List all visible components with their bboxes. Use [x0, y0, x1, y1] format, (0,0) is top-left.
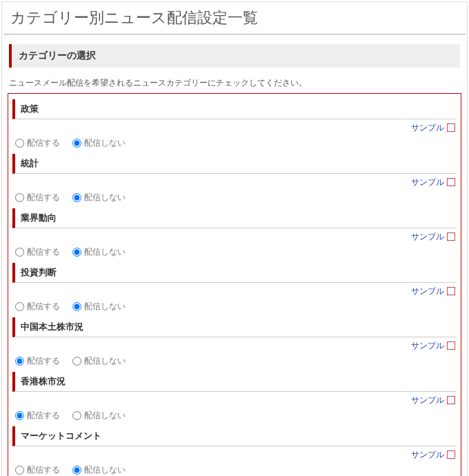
no-deliver-label: 配信しない — [84, 246, 126, 258]
popup-icon — [447, 288, 454, 295]
category-title: 中国本土株市況 — [12, 317, 457, 337]
deliver-label: 配信する — [27, 192, 60, 204]
category-title: 統計 — [12, 154, 457, 174]
sample-link[interactable]: サンプル — [411, 395, 454, 406]
category-title: 業界動向 — [12, 208, 457, 228]
radio-row: 配信する配信しない — [15, 301, 454, 313]
category-body: サンプル配信する配信しない — [12, 337, 457, 368]
no-deliver-label: 配信しない — [84, 355, 126, 367]
no-deliver-radio[interactable] — [72, 411, 81, 420]
popup-icon — [447, 234, 454, 241]
deliver-radio[interactable] — [15, 302, 24, 311]
category-market: マーケットコメントサンプル配信する配信しない — [12, 426, 457, 476]
deliver-radio[interactable] — [15, 357, 24, 366]
popup-icon — [447, 397, 454, 404]
popup-icon — [447, 343, 454, 350]
page-title: カテゴリー別ニュース配信設定一覧 — [3, 3, 466, 34]
category-china: 中国本土株市況サンプル配信する配信しない — [12, 317, 457, 368]
sample-link[interactable]: サンプル — [411, 177, 454, 188]
no-deliver-option[interactable]: 配信しない — [72, 246, 126, 258]
deliver-label: 配信する — [27, 410, 60, 422]
no-deliver-label: 配信しない — [84, 301, 126, 313]
deliver-radio[interactable] — [15, 139, 24, 148]
no-deliver-option[interactable]: 配信しない — [72, 410, 126, 422]
sample-link[interactable]: サンプル — [411, 122, 454, 134]
radio-row: 配信する配信しない — [15, 355, 454, 367]
sample-link[interactable]: サンプル — [411, 286, 454, 297]
category-industry: 業界動向サンプル配信する配信しない — [12, 208, 457, 259]
category-title: 香港株市況 — [12, 372, 457, 392]
category-policy: 政策サンプル配信する配信しない — [12, 99, 457, 150]
radio-row: 配信する配信しない — [15, 410, 454, 422]
category-hk: 香港株市況サンプル配信する配信しない — [12, 372, 457, 422]
deliver-label: 配信する — [27, 137, 60, 149]
no-deliver-label: 配信しない — [84, 192, 126, 204]
radio-row: 配信する配信しない — [15, 137, 454, 149]
no-deliver-radio[interactable] — [72, 466, 81, 475]
sample-label: サンプル — [411, 395, 444, 406]
category-body: サンプル配信する配信しない — [12, 228, 457, 259]
deliver-label: 配信する — [27, 301, 60, 313]
radio-row: 配信する配信しない — [15, 246, 454, 258]
deliver-label: 配信する — [27, 246, 60, 258]
deliver-label: 配信する — [27, 464, 60, 476]
sample-link[interactable]: サンプル — [411, 449, 454, 461]
category-title: 政策 — [12, 99, 457, 119]
category-judgment: 投資判断サンプル配信する配信しない — [12, 263, 457, 313]
no-deliver-radio[interactable] — [72, 248, 81, 257]
no-deliver-label: 配信しない — [84, 410, 126, 422]
sample-label: サンプル — [411, 177, 444, 188]
popup-icon — [447, 452, 454, 459]
deliver-label: 配信する — [27, 355, 60, 367]
category-section: カテゴリーの選択 — [9, 44, 460, 68]
category-title: マーケットコメント — [12, 426, 457, 446]
deliver-radio[interactable] — [15, 248, 24, 257]
category-body: サンプル配信する配信しない — [12, 174, 457, 204]
sample-label: サンプル — [411, 286, 444, 297]
no-deliver-radio[interactable] — [72, 193, 81, 202]
category-statistics: 統計サンプル配信する配信しない — [12, 154, 457, 204]
no-deliver-option[interactable]: 配信しない — [72, 355, 126, 367]
radio-row: 配信する配信しない — [15, 192, 454, 204]
section-heading: カテゴリーの選択 — [9, 44, 460, 68]
category-body: サンプル配信する配信しない — [12, 119, 457, 150]
popup-icon — [447, 125, 454, 132]
deliver-option[interactable]: 配信する — [15, 464, 60, 476]
radio-row: 配信する配信しない — [15, 464, 454, 476]
no-deliver-label: 配信しない — [84, 137, 126, 149]
category-list: 政策サンプル配信する配信しない統計サンプル配信する配信しない業界動向サンプル配信… — [8, 93, 461, 476]
page-container: カテゴリー別ニュース配信設定一覧 カテゴリーの選択 ニュースメール配信を希望され… — [1, 1, 468, 476]
no-deliver-radio[interactable] — [72, 357, 81, 366]
deliver-radio[interactable] — [15, 193, 24, 202]
deliver-option[interactable]: 配信する — [15, 301, 60, 313]
instruction-text: ニュースメール配信を希望されるニュースカテゴリーにチェックしてください。 — [9, 77, 460, 89]
no-deliver-option[interactable]: 配信しない — [72, 301, 126, 313]
sample-link[interactable]: サンプル — [411, 231, 454, 243]
sample-label: サンプル — [411, 231, 444, 243]
no-deliver-label: 配信しない — [84, 464, 126, 476]
deliver-option[interactable]: 配信する — [15, 246, 60, 258]
deliver-radio[interactable] — [15, 411, 24, 420]
sample-label: サンプル — [411, 449, 444, 461]
category-body: サンプル配信する配信しない — [12, 392, 457, 422]
no-deliver-option[interactable]: 配信しない — [72, 192, 126, 204]
category-body: サンプル配信する配信しない — [12, 283, 457, 313]
sample-label: サンプル — [411, 340, 444, 352]
no-deliver-radio[interactable] — [72, 302, 81, 311]
sample-label: サンプル — [411, 122, 444, 134]
deliver-option[interactable]: 配信する — [15, 137, 60, 149]
popup-icon — [447, 179, 454, 186]
deliver-option[interactable]: 配信する — [15, 355, 60, 367]
no-deliver-option[interactable]: 配信しない — [72, 137, 126, 149]
category-title: 投資判断 — [12, 263, 457, 283]
category-body: サンプル配信する配信しない — [12, 446, 457, 476]
deliver-radio[interactable] — [15, 466, 24, 475]
no-deliver-option[interactable]: 配信しない — [72, 464, 126, 476]
deliver-option[interactable]: 配信する — [15, 192, 60, 204]
deliver-option[interactable]: 配信する — [15, 410, 60, 422]
sample-link[interactable]: サンプル — [411, 340, 454, 352]
no-deliver-radio[interactable] — [72, 139, 81, 148]
